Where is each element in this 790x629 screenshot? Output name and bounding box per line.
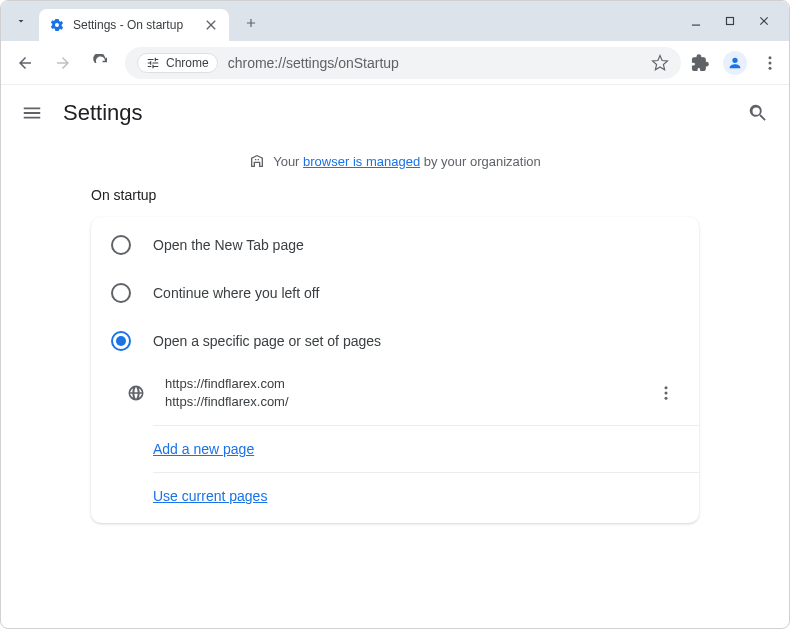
radio-icon (111, 283, 131, 303)
startup-page-row: https://findflarex.com https://findflare… (153, 365, 699, 426)
content: On startup Open the New Tab page Continu… (1, 187, 789, 523)
tab-title: Settings - On startup (73, 18, 195, 32)
close-icon[interactable] (203, 17, 219, 33)
svg-point-6 (665, 397, 668, 400)
option-label: Open a specific page or set of pages (153, 333, 381, 349)
page-text: https://findflarex.com https://findflare… (165, 375, 289, 411)
tab-search-button[interactable] (9, 9, 33, 33)
minimize-button[interactable] (689, 14, 703, 28)
page-title-text: https://findflarex.com (165, 375, 289, 393)
extensions-icon[interactable] (691, 54, 709, 72)
use-current-row: Use current pages (153, 473, 699, 519)
settings-gear-icon (49, 17, 65, 33)
titlebar: Settings - On startup (1, 1, 789, 41)
managed-prefix: Your (273, 154, 303, 169)
plus-icon (244, 16, 258, 30)
search-icon[interactable] (747, 102, 769, 124)
person-icon (727, 55, 743, 71)
close-button[interactable] (757, 14, 771, 28)
site-chip[interactable]: Chrome (137, 53, 218, 73)
option-specific-pages[interactable]: Open a specific page or set of pages (91, 317, 699, 365)
svg-point-1 (769, 56, 772, 59)
url-text: chrome://settings/onStartup (228, 55, 641, 71)
svg-rect-0 (727, 18, 734, 25)
managed-text: Your browser is managed by your organiza… (273, 154, 541, 169)
radio-icon (111, 331, 131, 351)
forward-button[interactable] (49, 49, 77, 77)
menu-dots-icon[interactable] (761, 54, 779, 72)
maximize-button[interactable] (723, 14, 737, 28)
page-title: Settings (63, 100, 143, 126)
managed-link[interactable]: browser is managed (303, 154, 420, 169)
more-vert-icon[interactable] (657, 384, 675, 402)
profile-avatar[interactable] (723, 51, 747, 75)
svg-point-5 (665, 392, 668, 395)
managed-suffix: by your organization (420, 154, 541, 169)
back-button[interactable] (11, 49, 39, 77)
arrow-right-icon (54, 54, 72, 72)
radio-icon (111, 235, 131, 255)
globe-icon (127, 384, 145, 402)
hamburger-icon[interactable] (21, 102, 43, 124)
option-continue[interactable]: Continue where you left off (91, 269, 699, 317)
toolbar: Chrome chrome://settings/onStartup (1, 41, 789, 85)
page-url-text: https://findflarex.com/ (165, 393, 289, 411)
startup-pages-list: https://findflarex.com https://findflare… (91, 365, 699, 519)
svg-point-2 (769, 61, 772, 64)
add-page-link[interactable]: Add a new page (153, 441, 254, 457)
omnibox[interactable]: Chrome chrome://settings/onStartup (125, 47, 681, 79)
startup-card: Open the New Tab page Continue where you… (91, 217, 699, 523)
option-new-tab[interactable]: Open the New Tab page (91, 221, 699, 269)
reload-button[interactable] (87, 49, 115, 77)
use-current-link[interactable]: Use current pages (153, 488, 267, 504)
section-title: On startup (91, 187, 699, 203)
svg-point-3 (769, 66, 772, 69)
new-tab-button[interactable] (237, 9, 265, 37)
bookmark-star-icon[interactable] (651, 54, 669, 72)
reload-icon (92, 54, 110, 72)
add-page-row: Add a new page (153, 426, 699, 473)
tab[interactable]: Settings - On startup (39, 9, 229, 41)
settings-header: Settings (1, 85, 789, 141)
building-icon (249, 153, 265, 169)
window: Settings - On startup Chrome chrome:/ (0, 0, 790, 629)
managed-notice: Your browser is managed by your organiza… (1, 141, 789, 187)
tune-icon (146, 56, 160, 70)
option-label: Open the New Tab page (153, 237, 304, 253)
site-chip-label: Chrome (166, 56, 209, 70)
option-label: Continue where you left off (153, 285, 319, 301)
svg-point-4 (665, 386, 668, 389)
arrow-left-icon (16, 54, 34, 72)
toolbar-right (691, 51, 779, 75)
window-controls (689, 14, 781, 28)
chevron-down-icon (15, 15, 27, 27)
